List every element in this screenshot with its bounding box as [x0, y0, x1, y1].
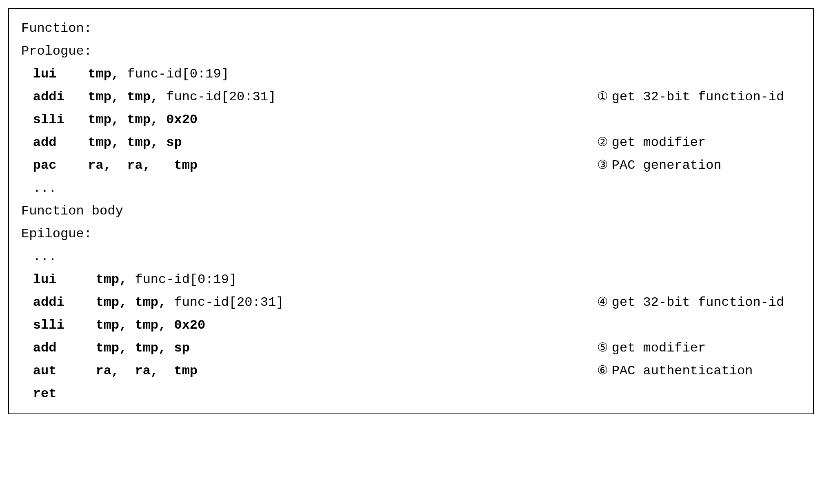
epilogue-ret: ret: [21, 382, 801, 405]
circled-number-icon: ⑥: [597, 360, 607, 382]
operands: tmp, tmp, func-id[20:31]: [88, 291, 284, 314]
operand-plain: func-id[20:31]: [166, 295, 284, 310]
epilogue-line-3: slli tmp, tmp, 0x20: [21, 314, 801, 337]
ellipsis: ...: [33, 177, 57, 200]
annotation: ④ get 32-bit function-id: [581, 291, 801, 314]
operands: tmp, tmp, sp: [88, 337, 190, 360]
operand-plain: func-id[0:19]: [119, 66, 229, 82]
mnemonic: slli: [33, 314, 88, 337]
prologue-line-4: add tmp, tmp, sp ② get modifier: [21, 131, 801, 154]
annotation: ⑤ get modifier: [581, 337, 801, 360]
operand-bold: tmp,: [88, 66, 119, 82]
operands: tmp, func-id[0:19]: [88, 63, 229, 86]
mnemonic: add: [33, 337, 88, 360]
operand-bold: tmp,: [119, 135, 158, 150]
annotation: ② get modifier: [581, 131, 801, 154]
annotation-text: get modifier: [612, 131, 706, 154]
header-epilogue: Epilogue:: [21, 223, 801, 245]
operand-bold: sp: [166, 340, 190, 356]
mnemonic: addi: [33, 291, 88, 314]
annotation-text: get 32-bit function-id: [612, 291, 784, 314]
prologue-line-1: lui tmp, func-id[0:19]: [21, 63, 801, 86]
operand-bold: tmp,: [88, 135, 119, 150]
epilogue-ellipsis: ...: [21, 245, 801, 268]
operand-bold: tmp,: [119, 112, 158, 127]
operand-bold: tmp,: [127, 340, 166, 356]
circled-number-icon: ④: [597, 292, 607, 314]
operand-bold: sp: [158, 135, 182, 150]
operand-bold: ra,: [88, 158, 111, 173]
operand-bold: tmp,: [88, 318, 127, 333]
operand-bold: tmp,: [88, 112, 119, 127]
operand-bold: 0x20: [166, 318, 205, 333]
circled-number-icon: ①: [597, 86, 607, 108]
operand-bold: tmp,: [119, 89, 158, 104]
prologue-line-2: addi tmp, tmp, func-id[20:31] ① get 32-b…: [21, 86, 801, 108]
operand-bold: ra,: [88, 363, 119, 378]
mnemonic: ret: [33, 382, 88, 405]
operand-bold: tmp,: [88, 340, 127, 356]
annotation: ⑥ PAC authentication: [581, 360, 801, 382]
header-prologue: Prologue:: [21, 40, 801, 63]
annotation-text: get 32-bit function-id: [612, 86, 784, 108]
circled-number-icon: ③: [597, 155, 607, 177]
operands: tmp, tmp, func-id[20:31]: [88, 86, 276, 108]
operands: tmp, tmp, 0x20: [88, 108, 198, 131]
annotation: ③ PAC generation: [581, 154, 801, 177]
label-function: Function:: [21, 17, 92, 40]
operand-plain: func-id[20:31]: [158, 89, 276, 104]
operand-bold: tmp: [158, 363, 198, 378]
operand-bold: tmp: [151, 158, 198, 173]
mnemonic: lui: [33, 268, 88, 291]
epilogue-line-5: aut ra, ra, tmp ⑥ PAC authentication: [21, 360, 801, 382]
epilogue-line-1: lui tmp, func-id[0:19]: [21, 268, 801, 291]
operand-plain: func-id[0:19]: [127, 272, 237, 287]
operand-bold: 0x20: [158, 112, 198, 127]
mnemonic: add: [33, 131, 88, 154]
prologue-line-5: pac ra, ra, tmp ③ PAC generation: [21, 154, 801, 177]
circled-number-icon: ⑤: [597, 338, 607, 359]
operand-bold: tmp,: [127, 318, 166, 333]
mnemonic: pac: [33, 154, 88, 177]
operand-bold: tmp,: [127, 295, 166, 310]
annotation-text: get modifier: [612, 337, 706, 360]
operand-bold: ra,: [119, 363, 158, 378]
label-body: Function body: [21, 200, 123, 223]
operand-bold: ra,: [111, 158, 151, 173]
operand-bold: tmp,: [88, 295, 127, 310]
operands: ra, ra, tmp: [88, 360, 198, 382]
mnemonic: lui: [33, 63, 88, 86]
mnemonic: aut: [33, 360, 88, 382]
annotation: ① get 32-bit function-id: [581, 86, 801, 108]
epilogue-line-4: add tmp, tmp, sp ⑤ get modifier: [21, 337, 801, 360]
mnemonic: addi: [33, 86, 88, 108]
annotation-text: PAC generation: [612, 154, 722, 177]
operands: tmp, tmp, 0x20: [88, 314, 205, 337]
ellipsis: ...: [33, 245, 57, 268]
circled-number-icon: ②: [597, 132, 607, 154]
operands: ra, ra, tmp: [88, 154, 198, 177]
operand-bold: tmp,: [88, 272, 127, 287]
mnemonic: slli: [33, 108, 88, 131]
annotation-text: PAC authentication: [612, 360, 753, 382]
prologue-ellipsis: ...: [21, 177, 801, 200]
prologue-line-3: slli tmp, tmp, 0x20: [21, 108, 801, 131]
operand-bold: tmp,: [88, 89, 119, 104]
header-function: Function:: [21, 17, 801, 40]
epilogue-line-2: addi tmp, tmp, func-id[20:31] ④ get 32-b…: [21, 291, 801, 314]
operands: tmp, tmp, sp: [88, 131, 182, 154]
operands: tmp, func-id[0:19]: [88, 268, 237, 291]
header-body: Function body: [21, 200, 801, 223]
label-epilogue: Epilogue:: [21, 223, 92, 245]
label-prologue: Prologue:: [21, 40, 92, 63]
code-listing-box: Function: Prologue: lui tmp, func-id[0:1…: [8, 8, 814, 414]
